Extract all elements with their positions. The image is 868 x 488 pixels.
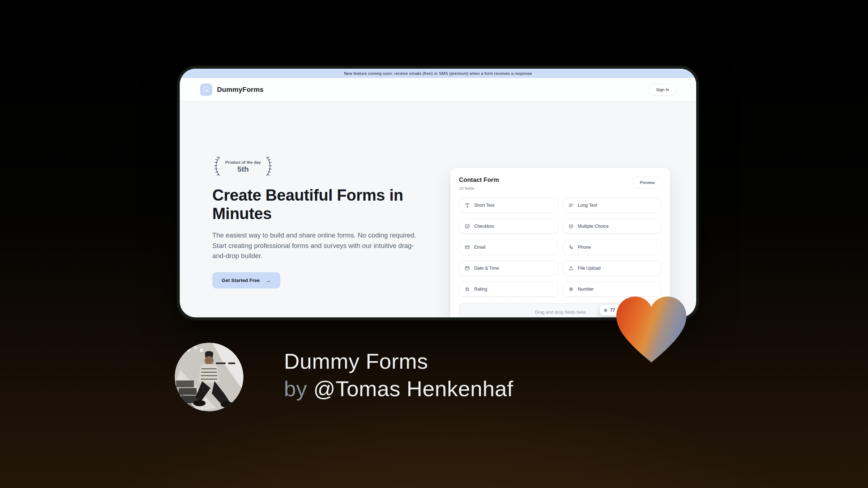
get-started-label: Get Started Free (222, 278, 260, 283)
caption-app-name: Dummy Forms (284, 348, 513, 375)
caption-author: @Tomas Henkenhaf (314, 377, 514, 401)
announcement-text: New feature coming soon: receive emails … (344, 71, 532, 76)
field-type-label: Rating (474, 287, 487, 292)
form-title: Contact Form (459, 176, 499, 184)
form-card-header: Contact Form 10 fields Preview (459, 176, 661, 191)
field-type-label: Date & Time (474, 266, 499, 271)
get-started-button[interactable]: Get Started Free → (212, 272, 280, 288)
laurel-left-icon (212, 155, 222, 178)
award-line1: Product of the day (224, 160, 262, 164)
radio-icon (568, 223, 574, 229)
field-type-grid: Short TextLong TextCheckboxMultiple Choi… (459, 198, 661, 297)
brand-name: DummyForms (217, 86, 264, 94)
field-type-button-date-time[interactable]: Date & Time (459, 261, 558, 276)
field-type-button-checkbox[interactable]: Checkbox (459, 219, 558, 234)
page-background: { "banner": { "text": "New feature comin… (0, 0, 868, 488)
arrow-right-icon: → (265, 277, 271, 283)
announcement-banner[interactable]: New feature coming soon: receive emails … (180, 69, 696, 78)
author-avatar (175, 343, 243, 411)
field-type-label: Checkbox (474, 224, 494, 229)
form-card-titles: Contact Form 10 fields (459, 176, 499, 191)
field-type-button-long-text[interactable]: Long Text (563, 198, 662, 213)
calendar-icon (464, 265, 470, 271)
phone-icon (568, 244, 574, 250)
dot-icon (604, 309, 607, 312)
field-type-button-number[interactable]: Number (563, 282, 662, 297)
long-text-icon (568, 202, 574, 208)
field-type-label: Short Text (474, 203, 494, 208)
form-field-count: 10 fields (459, 186, 499, 191)
award-text: Product of the day 5th (224, 160, 262, 174)
checkbox-icon (464, 223, 470, 229)
field-type-button-phone[interactable]: Phone (563, 240, 662, 255)
field-type-label: Phone (578, 245, 591, 250)
field-type-button-file-upload[interactable]: File Upload (563, 261, 662, 276)
email-icon (464, 244, 470, 250)
product-of-the-day-badge: Product of the day 5th (212, 155, 274, 178)
field-type-button-rating[interactable]: Rating (459, 282, 558, 297)
hero-description: The easiest way to build and share onlin… (212, 230, 421, 261)
field-type-label: Long Text (578, 203, 597, 208)
drag-drop-text: Drag and drop fields here (535, 310, 586, 315)
app-window: New feature coming soon: receive emails … (180, 69, 696, 317)
star-icon (464, 286, 470, 292)
app-header: DummyForms Sign In (180, 78, 696, 101)
heart-icon (614, 295, 689, 364)
hero-title: Create Beautiful Forms inMinutes (212, 186, 429, 223)
preview-button[interactable]: Preview (633, 176, 661, 189)
field-type-label: Multiple Choice (578, 224, 609, 229)
field-type-button-email[interactable]: Email (459, 240, 558, 255)
award-line2: 5th (224, 165, 262, 174)
laurel-right-icon (264, 155, 274, 178)
dummyforms-logo-icon (200, 84, 212, 96)
caption-by: by (284, 377, 314, 401)
upload-icon (568, 265, 574, 271)
sign-in-button[interactable]: Sign In (649, 84, 676, 95)
field-type-label: Number (578, 287, 594, 292)
field-type-label: Email (474, 245, 485, 250)
field-type-button-short-text[interactable]: Short Text (459, 198, 558, 213)
hero-section: Product of the day 5th Create Beautiful … (180, 101, 696, 317)
caption-author-line: by @Tomas Henkenhaf (284, 375, 513, 403)
hash-icon (568, 286, 574, 292)
field-type-label: File Upload (578, 266, 601, 271)
brand[interactable]: DummyForms (200, 84, 264, 96)
short-text-icon (464, 202, 470, 208)
attribution-caption: Dummy Forms by @Tomas Henkenhaf (284, 348, 513, 403)
hero-copy: Product of the day 5th Create Beautiful … (212, 155, 429, 288)
field-type-button-multiple-choice[interactable]: Multiple Choice (563, 219, 662, 234)
